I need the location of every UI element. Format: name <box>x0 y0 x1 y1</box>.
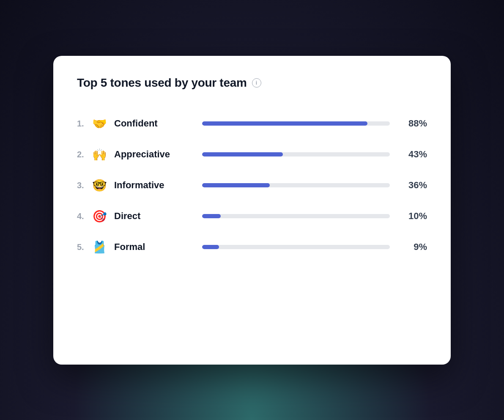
tone-rank: 4. <box>77 211 92 221</box>
tone-bar-fill <box>202 245 219 249</box>
tone-bar-container <box>202 245 390 249</box>
tone-bar-fill <box>202 121 367 126</box>
tone-emoji: 🎯 <box>92 209 111 223</box>
tone-emoji: 🙌 <box>92 148 111 162</box>
tone-name: Informative <box>114 180 190 191</box>
tone-row: 5. 🎽 Formal 9% <box>77 232 427 263</box>
tone-percent: 9% <box>402 242 427 253</box>
tone-bar-fill <box>202 183 270 187</box>
tone-row: 1. 🤝 Confident 88% <box>77 108 427 139</box>
tone-rank: 1. <box>77 119 92 129</box>
tone-rank: 5. <box>77 242 92 252</box>
tone-emoji: 🎽 <box>92 240 111 254</box>
tone-emoji: 🤝 <box>92 117 111 131</box>
tone-row: 2. 🙌 Appreciative 43% <box>77 139 427 170</box>
tone-name: Appreciative <box>114 149 190 160</box>
card-header: Top 5 tones used by your team i <box>77 76 427 90</box>
tone-percent: 88% <box>402 118 427 129</box>
tone-bar-fill <box>202 152 283 156</box>
card-title: Top 5 tones used by your team <box>77 76 247 90</box>
tone-bar-container <box>202 152 390 156</box>
info-icon[interactable]: i <box>252 78 261 88</box>
tone-percent: 10% <box>402 211 427 222</box>
tone-percent: 36% <box>402 180 427 191</box>
tone-percent: 43% <box>402 149 427 160</box>
tone-bar-container <box>202 214 390 218</box>
tone-rank: 2. <box>77 150 92 159</box>
tone-bar-container <box>202 183 390 187</box>
tone-rank: 3. <box>77 181 92 190</box>
main-card: Top 5 tones used by your team i 1. 🤝 Con… <box>53 56 451 365</box>
tone-row: 3. 🤓 Informative 36% <box>77 170 427 201</box>
tone-bar-container <box>202 121 390 126</box>
tone-row: 4. 🎯 Direct 10% <box>77 201 427 232</box>
tone-name: Confident <box>114 118 190 129</box>
tone-list: 1. 🤝 Confident 88% 2. 🙌 Appreciative 43%… <box>77 108 427 263</box>
tone-emoji: 🤓 <box>92 178 111 192</box>
tone-bar-fill <box>202 214 221 218</box>
tone-name: Formal <box>114 242 190 253</box>
tone-name: Direct <box>114 211 190 222</box>
